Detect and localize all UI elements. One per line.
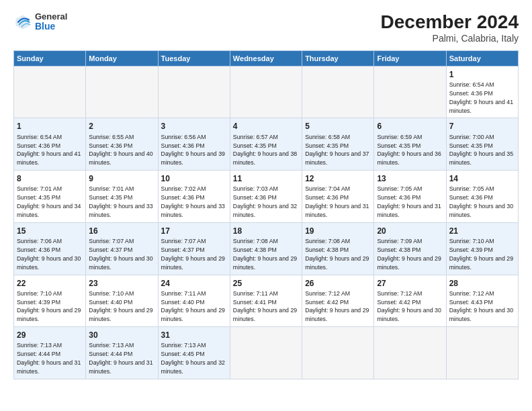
day-header-monday: Monday [86,50,158,66]
day-sunrise: Sunrise: 7:07 AM [89,238,134,244]
day-sunset: Sunset: 4:37 PM [89,246,132,253]
day-sunset: Sunset: 4:36 PM [17,142,60,149]
day-daylight: Daylight: 9 hours and 29 minutes. [161,255,225,271]
day-sunset: Sunset: 4:36 PM [377,194,420,201]
day-cell-26: 26Sunrise: 7:12 AMSunset: 4:42 PMDayligh… [302,275,374,327]
day-sunset: Sunset: 4:42 PM [305,299,349,306]
day-daylight: Daylight: 9 hours and 31 minutes. [17,359,81,375]
day-sunrise: Sunrise: 7:11 AM [161,290,206,297]
day-cell-23: 23Sunrise: 7:10 AMSunset: 4:40 PMDayligh… [86,275,158,327]
day-daylight: Daylight: 9 hours and 29 minutes. [377,255,441,271]
day-sunset: Sunset: 4:40 PM [89,299,132,306]
day-number: 25 [233,278,299,289]
day-cell-5: 5Sunrise: 6:58 AMSunset: 4:35 PMDaylight… [302,118,374,171]
day-cell-14: 14Sunrise: 7:05 AMSunset: 4:36 PMDayligh… [446,171,518,223]
day-sunrise: Sunrise: 7:12 AM [377,290,422,297]
day-sunset: Sunset: 4:36 PM [89,142,132,149]
day-sunrise: Sunrise: 7:02 AM [161,185,206,192]
empty-cell [158,66,230,118]
day-sunset: Sunset: 4:44 PM [17,351,60,357]
day-number: 21 [449,226,515,236]
title-block: December 2024 Palmi, Calabria, Italy [381,12,519,44]
day-sunset: Sunset: 4:35 PM [233,142,277,149]
day-header-wednesday: Wednesday [230,50,302,66]
day-sunset: Sunset: 4:36 PM [161,142,205,149]
day-number: 18 [233,226,299,236]
day-number: 24 [161,278,227,289]
day-sunset: Sunset: 4:36 PM [449,194,493,201]
day-sunset: Sunset: 4:42 PM [377,299,420,306]
day-number: 2 [89,121,154,132]
day-number: 19 [305,226,371,236]
day-sunrise: Sunrise: 7:05 AM [377,185,422,192]
day-sunset: Sunset: 4:36 PM [233,194,277,201]
day-sunrise: Sunrise: 7:10 AM [17,290,62,297]
week-row-2: 1Sunrise: 6:54 AMSunset: 4:36 PMDaylight… [14,118,519,171]
day-sunset: Sunset: 4:39 PM [17,299,60,306]
day-number: 8 [17,173,83,184]
calendar-table: SundayMondayTuesdayWednesdayThursdayFrid… [13,50,519,379]
day-sunset: Sunset: 4:41 PM [233,299,277,306]
day-number: 6 [377,121,443,132]
logo: General Blue [13,12,67,32]
day-sunrise: Sunrise: 6:54 AM [449,81,494,88]
day-header-saturday: Saturday [446,50,518,66]
empty-cell [302,66,374,118]
day-daylight: Daylight: 9 hours and 29 minutes. [449,255,513,271]
day-cell-15: 15Sunrise: 7:06 AMSunset: 4:36 PMDayligh… [14,222,86,275]
day-sunset: Sunset: 4:40 PM [161,299,205,306]
day-sunrise: Sunrise: 7:05 AM [449,185,494,192]
day-sunset: Sunset: 4:36 PM [161,194,205,201]
day-daylight: Daylight: 9 hours and 30 minutes. [89,255,152,271]
day-number: 14 [449,173,515,184]
day-sunrise: Sunrise: 7:01 AM [89,185,134,192]
day-sunrise: Sunrise: 6:58 AM [305,134,350,140]
empty-cell [446,327,518,379]
day-daylight: Daylight: 9 hours and 30 minutes. [449,307,513,322]
day-sunrise: Sunrise: 7:13 AM [89,342,134,349]
header-row: SundayMondayTuesdayWednesdayThursdayFrid… [14,50,519,66]
day-sunrise: Sunrise: 6:59 AM [377,134,422,140]
day-cell-25: 25Sunrise: 7:11 AMSunset: 4:41 PMDayligh… [230,275,302,327]
day-daylight: Daylight: 9 hours and 41 minutes. [17,150,81,166]
day-daylight: Daylight: 9 hours and 29 minutes. [89,307,152,322]
day-daylight: Daylight: 9 hours and 34 minutes. [17,203,81,218]
day-sunset: Sunset: 4:39 PM [449,246,493,253]
day-number: 7 [449,121,515,132]
day-cell-4: 4Sunrise: 6:57 AMSunset: 4:35 PMDaylight… [230,118,302,171]
logo-general-label: General [35,12,67,21]
day-number: 30 [89,330,154,340]
day-cell-18: 18Sunrise: 7:08 AMSunset: 4:38 PMDayligh… [230,222,302,275]
empty-cell [374,327,446,379]
day-daylight: Daylight: 9 hours and 30 minutes. [449,203,513,218]
day-number: 29 [17,330,83,340]
day-sunrise: Sunrise: 7:13 AM [17,342,62,349]
day-sunrise: Sunrise: 7:08 AM [233,238,278,244]
day-daylight: Daylight: 9 hours and 30 minutes. [377,307,441,322]
week-row-1: 1Sunrise: 6:54 AMSunset: 4:36 PMDaylight… [14,66,519,118]
day-header-tuesday: Tuesday [158,50,230,66]
logo-text: General Blue [35,12,67,32]
day-daylight: Daylight: 9 hours and 35 minutes. [449,150,513,166]
day-header-friday: Friday [374,50,446,66]
day-sunrise: Sunrise: 7:04 AM [305,185,350,192]
day-sunrise: Sunrise: 6:56 AM [161,134,206,140]
day-daylight: Daylight: 9 hours and 29 minutes. [233,307,297,322]
day-sunset: Sunset: 4:35 PM [17,194,60,201]
day-sunrise: Sunrise: 7:10 AM [89,290,134,297]
day-cell-27: 27Sunrise: 7:12 AMSunset: 4:42 PMDayligh… [374,275,446,327]
empty-cell [230,327,302,379]
day-daylight: Daylight: 9 hours and 41 minutes. [449,99,513,114]
day-sunset: Sunset: 4:36 PM [17,246,60,253]
day-number: 3 [161,121,227,132]
day-number: 20 [377,226,443,236]
day-number: 27 [377,278,443,289]
day-cell-20: 20Sunrise: 7:09 AMSunset: 4:38 PMDayligh… [374,222,446,275]
day-cell-28: 28Sunrise: 7:12 AMSunset: 4:43 PMDayligh… [446,275,518,327]
day-number: 23 [89,278,154,289]
calendar-title: December 2024 [381,12,519,33]
day-sunset: Sunset: 4:43 PM [449,299,493,306]
day-sunrise: Sunrise: 7:08 AM [305,238,350,244]
day-cell-31: 31Sunrise: 7:13 AMSunset: 4:45 PMDayligh… [158,327,230,379]
day-number: 22 [17,278,83,289]
